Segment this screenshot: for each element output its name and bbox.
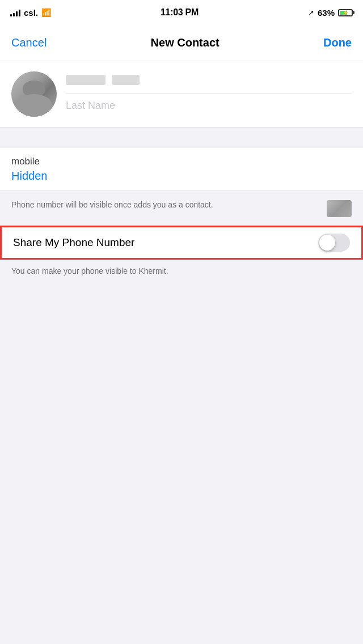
status-time: 11:03 PM xyxy=(161,7,199,18)
battery-icon: ⚡ xyxy=(338,9,353,16)
status-bar: csl. 📶 11:03 PM ↗ 63% ⚡ xyxy=(0,0,363,25)
info-section: Phone number will be visible once adds y… xyxy=(0,191,363,226)
section-separator xyxy=(0,128,363,148)
name-fields: Last Name xyxy=(66,71,352,112)
hint-text: You can make your phone visible to Kherm… xyxy=(11,265,352,277)
hint-section: You can make your phone visible to Kherm… xyxy=(0,260,363,285)
status-right: ↗ 63% ⚡ xyxy=(308,8,353,18)
battery-percent: 63% xyxy=(318,8,335,18)
share-phone-toggle-section: Share My Phone Number xyxy=(0,226,363,260)
phone-value: Hidden xyxy=(11,170,352,183)
toggle-knob xyxy=(319,235,335,251)
avatar[interactable] xyxy=(11,71,57,117)
middle-name-blurred xyxy=(112,75,140,85)
share-phone-label: Share My Phone Number xyxy=(13,236,134,249)
cancel-button[interactable]: Cancel xyxy=(11,36,47,49)
info-avatar-image xyxy=(327,200,352,217)
phone-label: mobile xyxy=(11,156,352,167)
phone-section: mobile Hidden xyxy=(0,148,363,191)
info-text: Phone number will be visible once adds y… xyxy=(11,199,267,211)
last-name-field[interactable]: Last Name xyxy=(66,94,352,112)
carrier-name: csl. xyxy=(24,8,38,18)
avatar-image xyxy=(11,71,57,117)
charging-bolt-icon: ⚡ xyxy=(343,10,349,15)
info-avatar xyxy=(327,200,352,217)
status-left: csl. 📶 xyxy=(10,8,51,18)
last-name-placeholder: Last Name xyxy=(66,100,115,111)
location-icon: ↗ xyxy=(308,9,314,17)
page-title: New Contact xyxy=(151,36,220,49)
contact-form-section: Last Name xyxy=(0,61,363,128)
navigation-bar: Cancel New Contact Done xyxy=(0,25,363,61)
share-phone-toggle[interactable] xyxy=(318,234,350,252)
first-name-blurred xyxy=(66,75,105,85)
signal-bars-icon xyxy=(10,9,20,16)
first-name-row xyxy=(66,71,352,94)
bottom-area xyxy=(0,285,363,455)
done-button[interactable]: Done xyxy=(323,36,352,49)
wifi-icon: 📶 xyxy=(41,8,51,17)
